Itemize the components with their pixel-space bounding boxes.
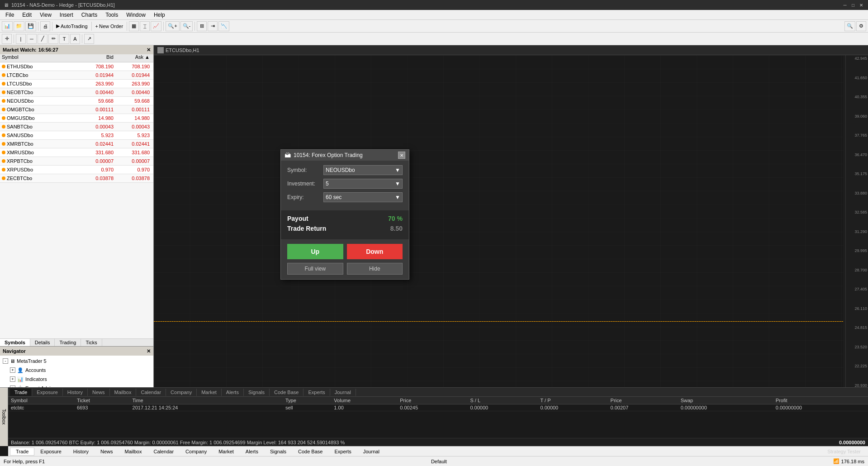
bottom-tab-code-base[interactable]: Code Base [292, 447, 328, 456]
menu-charts[interactable]: Charts [78, 11, 101, 19]
save-button[interactable]: 💾 [25, 21, 36, 31]
bottom-tab-alerts[interactable]: Alerts [240, 447, 264, 456]
nav-metatrader[interactable]: - 🖥 MetaTrader 5 [1, 357, 152, 366]
mw-tab-symbols[interactable]: Symbols [0, 339, 30, 346]
market-watch-row[interactable]: ETHUSDbo 708.190 708.190 [0, 62, 153, 71]
menu-view[interactable]: View [36, 11, 55, 19]
navigator-close[interactable]: ✕ [147, 348, 151, 354]
market-watch-row[interactable]: OMGBTCbo 0.00111 0.00111 [0, 105, 153, 114]
bottom-tab-experts[interactable]: Experts [328, 447, 357, 456]
menu-file[interactable]: File [2, 11, 18, 19]
open-button[interactable]: 📁 [14, 21, 24, 31]
maximize-button[interactable]: □ [850, 2, 856, 8]
new-order-button[interactable]: + New Order [94, 24, 125, 29]
down-button[interactable]: Down [347, 244, 403, 259]
table-row[interactable]: etcbtc66932017.12.21 14:25:24sell1.000.0… [8, 404, 868, 411]
arrow-tool[interactable]: ↗ [84, 34, 94, 44]
chart-bar-button[interactable]: ▦ [129, 21, 139, 31]
trendline-tool[interactable]: ╱ [38, 34, 47, 44]
zoom-in-button[interactable]: 🔍+ [166, 21, 179, 31]
menu-insert[interactable]: Insert [56, 11, 77, 19]
terminal-tab-mailbox[interactable]: Mailbox [110, 389, 137, 396]
mw-tab-details[interactable]: Details [30, 339, 55, 346]
menu-tools[interactable]: Tools [102, 11, 122, 19]
hline-tool[interactable]: ─ [27, 34, 37, 44]
terminal-tab-history[interactable]: History [63, 389, 88, 396]
bottom-tab-calendar[interactable]: Calendar [147, 447, 180, 456]
bottom-tab-news[interactable]: News [95, 447, 119, 456]
autotrading-button[interactable]: ▶ AutoTrading [54, 23, 90, 29]
terminal-tab-market[interactable]: Market [197, 389, 222, 396]
symbol-select[interactable]: NEOUSDbo ▼ [323, 165, 403, 175]
terminal-tab-experts[interactable]: Experts [304, 389, 330, 396]
up-button[interactable]: Up [287, 244, 343, 259]
bottom-tab-company[interactable]: Company [180, 447, 213, 456]
expand-icon[interactable]: - [3, 358, 8, 364]
terminal-tab-calendar[interactable]: Calendar [136, 389, 166, 396]
close-button[interactable]: ✕ [858, 2, 864, 8]
grid-button[interactable]: ⊞ [197, 21, 207, 31]
terminal-tab-trade[interactable]: Trade [10, 389, 32, 396]
scroll-end-button[interactable]: ⇥ [208, 21, 218, 31]
market-watch-row[interactable]: LTCBCbo 0.01944 0.01944 [0, 71, 153, 80]
market-watch-row[interactable]: XMRBTCbo 0.02441 0.02441 [0, 140, 153, 148]
market-watch-row[interactable]: XMRUSDbo 331.680 331.680 [0, 148, 153, 157]
strategy-tester-button[interactable]: Strategy Tester [822, 448, 866, 455]
market-watch-row[interactable]: XRPUSDbo 0.970 0.970 [0, 166, 153, 174]
minimize-button[interactable]: ─ [842, 2, 848, 8]
mw-tab-ticks[interactable]: Ticks [81, 339, 102, 346]
market-watch-row[interactable]: ZECBTCbo 0.03878 0.03878 [0, 174, 153, 183]
bottom-tab-trade[interactable]: Trade [10, 447, 34, 456]
market-watch-row[interactable]: NEOUSDbo 59.668 59.668 [0, 97, 153, 105]
text-tool[interactable]: T [59, 34, 69, 44]
terminal-tab-alerts[interactable]: Alerts [222, 389, 244, 396]
chart-canvas-element[interactable] [154, 55, 843, 438]
search-button[interactable]: 🔍 [844, 21, 855, 31]
terminal-tab-signals[interactable]: Signals [244, 389, 270, 396]
chart-candle-button[interactable]: ⌶ [140, 21, 150, 31]
market-watch-row[interactable]: XRPBTCbo 0.00007 0.00007 [0, 157, 153, 166]
line-tool[interactable]: | [16, 34, 26, 44]
menu-help[interactable]: Help [150, 11, 169, 19]
terminal-tab-code-base[interactable]: Code Base [270, 389, 304, 396]
full-view-button[interactable]: Full view [287, 263, 343, 275]
terminal-tab-company[interactable]: Company [166, 389, 197, 396]
label-tool[interactable]: A [70, 34, 80, 44]
dialog-titlebar[interactable]: 🏔 10154: Forex Option Trading ✕ [281, 150, 409, 161]
terminal-table-area[interactable]: SymbolTicketTimeTypeVolumePriceS / LT / … [8, 397, 868, 438]
toolbox-sidebar[interactable]: Toolbox [0, 387, 8, 446]
chart-line-button[interactable]: 📈 [151, 21, 161, 31]
bottom-tab-history[interactable]: History [67, 447, 95, 456]
expand-indicators[interactable]: + [10, 376, 15, 382]
hide-button[interactable]: Hide [347, 263, 403, 275]
crosshair-button[interactable]: ✛ [2, 34, 12, 44]
bottom-tab-exposure[interactable]: Exposure [34, 447, 67, 456]
zoom-out-button[interactable]: 🔍- [180, 21, 193, 31]
bottom-tab-signals[interactable]: Signals [264, 447, 292, 456]
pen-tool[interactable]: ✏ [48, 34, 58, 44]
market-watch-row[interactable]: SANUSDbo 5.923 5.923 [0, 131, 153, 140]
indicator-button[interactable]: 📉 [218, 21, 229, 31]
terminal-tab-exposure[interactable]: Exposure [32, 389, 62, 396]
nav-accounts[interactable]: + 👤 Accounts [1, 366, 152, 375]
bottom-tab-mailbox[interactable]: Mailbox [119, 447, 148, 456]
market-watch-row[interactable]: NEOBTCbo 0.00440 0.00440 [0, 88, 153, 97]
market-watch-row[interactable]: OMGUSDbo 14.980 14.980 [0, 114, 153, 123]
dialog-close-button[interactable]: ✕ [398, 152, 405, 159]
expiry-select[interactable]: 60 sec ▼ [323, 192, 403, 202]
settings-button[interactable]: ⚙ [856, 21, 866, 31]
expand-accounts[interactable]: + [10, 367, 15, 373]
terminal-tab-journal[interactable]: Journal [330, 389, 356, 396]
menu-edit[interactable]: Edit [19, 11, 35, 19]
bottom-tab-journal[interactable]: Journal [357, 447, 385, 456]
new-chart-button[interactable]: 📊 [2, 21, 13, 31]
bottom-tab-market[interactable]: Market [213, 447, 240, 456]
investment-input[interactable]: 5 ▼ [323, 179, 403, 189]
terminal-tab-news[interactable]: News [88, 389, 110, 396]
mw-tab-trading[interactable]: Trading [55, 339, 81, 346]
print-button[interactable]: 🖨 [40, 21, 50, 31]
menu-window[interactable]: Window [123, 11, 149, 19]
market-watch-close[interactable]: ✕ [147, 47, 151, 53]
market-watch-row[interactable]: SANBTCbo 0.00043 0.00043 [0, 123, 153, 131]
market-watch-row[interactable]: LTCUSDbo 263.990 263.990 [0, 80, 153, 88]
